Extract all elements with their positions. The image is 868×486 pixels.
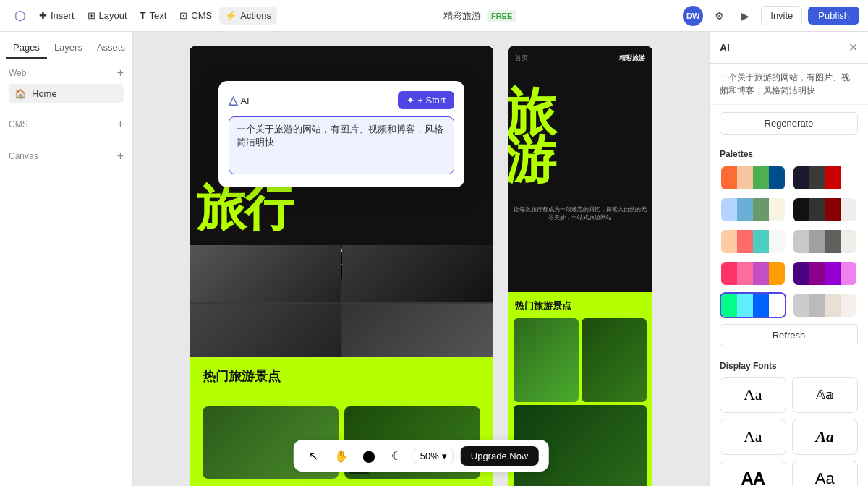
- canvas-container: 旅行 让每次旅行都成为一段难忘的回忆，探索大自然的无尽美妙，一站式旅游网站，带您…: [190, 46, 652, 472]
- palette-10[interactable]: [792, 292, 859, 318]
- fonts-title: Display Fonts: [720, 361, 858, 371]
- web-section: Web + 🏠 Home: [0, 59, 132, 111]
- ai-dialog: △ AI ✦ + Start 一个关于旅游的网站，有图片、视频和博客，风格简洁明…: [218, 81, 464, 187]
- main-area: Pages Layers Assets Web + 🏠 Home CMS + C…: [0, 32, 868, 486]
- ai-dialog-header: △ AI ✦ + Start: [229, 91, 454, 109]
- font-6[interactable]: Aa: [792, 461, 859, 486]
- settings-icon[interactable]: ⚙: [709, 6, 729, 26]
- circle-tool[interactable]: ⬤: [359, 446, 379, 466]
- preview-section-title: 热门旅游景点: [515, 299, 571, 312]
- invite-button[interactable]: Invite: [761, 6, 802, 25]
- poster-section-title: 热门旅游景点: [203, 367, 480, 385]
- canvas-section-header: Canvas +: [9, 150, 124, 163]
- palette-1[interactable]: [720, 165, 786, 191]
- logo-button[interactable]: ⬡: [9, 4, 32, 27]
- regenerate-button[interactable]: Regenerate: [720, 112, 858, 135]
- actions-icon: ⚡: [225, 10, 237, 21]
- palette-6[interactable]: [792, 229, 859, 255]
- preview-icon[interactable]: ▶: [735, 6, 755, 26]
- fonts-section: Display Fonts: [710, 354, 868, 377]
- sidebar-tabs: Pages Layers Assets: [0, 32, 132, 59]
- layout-icon: ⊞: [88, 10, 95, 21]
- canvas-section: Canvas +: [0, 142, 132, 174]
- preview-sub: 让每次旅行都成为一段难忘的回忆，探索大自然的无尽美妙，一站式旅游网站: [514, 205, 647, 221]
- ai-textarea[interactable]: 一个关于旅游的网站，有图片、视频和博客，风格简洁明快: [229, 116, 454, 174]
- cms-section-header: CMS +: [9, 118, 124, 131]
- palettes-grid: [720, 165, 858, 318]
- home-label: Home: [32, 88, 57, 99]
- publish-button[interactable]: Publish: [808, 7, 859, 25]
- refresh-button[interactable]: Refresh: [720, 324, 858, 346]
- palette-8[interactable]: [792, 260, 859, 286]
- palette-4[interactable]: [792, 197, 859, 223]
- web-label: Web: [9, 68, 26, 78]
- panel-description: 一个关于旅游的网站，有图片、视频和博客，风格简洁明快: [710, 64, 868, 105]
- preview-site-name: 精彩旅游: [619, 54, 645, 63]
- palette-5[interactable]: [720, 229, 786, 255]
- right-panel: AI ✕ 一个关于旅游的网站，有图片、视频和博客，风格简洁明快 Regenera…: [709, 32, 868, 486]
- toolbar-left: ⬡ ✚ Insert ⊞ Layout T Text ⊡ CMS ⚡ Actio…: [9, 4, 277, 27]
- font-decorative[interactable]: Aa: [792, 419, 859, 455]
- moon-tool[interactable]: ☾: [386, 446, 407, 466]
- free-badge: FREE: [487, 10, 516, 22]
- font-2[interactable]: Aa: [720, 419, 786, 455]
- poster-big-text: 旅行: [197, 184, 292, 233]
- palette-3[interactable]: [720, 197, 786, 223]
- select-tool[interactable]: ↖: [304, 446, 324, 466]
- font-serif[interactable]: Aa: [720, 377, 786, 413]
- tab-assets[interactable]: Assets: [90, 38, 132, 59]
- preview-img-cell-2: [582, 318, 647, 402]
- font-bold[interactable]: AA: [720, 461, 786, 486]
- insert-icon: ✚: [39, 10, 47, 21]
- palettes-title: Palettes: [720, 149, 858, 159]
- panel-header: AI ✕: [710, 32, 868, 64]
- tab-layers[interactable]: Layers: [47, 38, 90, 59]
- zoom-selector[interactable]: 50% ▾: [414, 448, 454, 464]
- tab-pages[interactable]: Pages: [6, 38, 47, 59]
- layout-button[interactable]: ⊞ Layout: [82, 7, 133, 25]
- font-mono[interactable]: 𝔸𝕒: [792, 377, 859, 413]
- add-canvas-button[interactable]: +: [117, 150, 124, 163]
- zoom-value: 50%: [420, 451, 439, 461]
- main-canvas[interactable]: 旅行 让每次旅行都成为一段难忘的回忆，探索大自然的无尽美妙，一站式旅游网站，带您…: [190, 46, 493, 486]
- hand-tool[interactable]: ✋: [331, 446, 352, 466]
- palette-7[interactable]: [720, 260, 786, 286]
- main-toolbar: ⬡ ✚ Insert ⊞ Layout T Text ⊡ CMS ⚡ Actio…: [0, 0, 868, 32]
- preview-header: 首页 精彩旅游: [508, 46, 652, 69]
- upgrade-button[interactable]: Upgrade Now: [461, 446, 539, 466]
- web-section-header: Web +: [9, 67, 124, 80]
- toolbar-center: 精彩旅游 FREE: [280, 9, 680, 22]
- ai-start-button[interactable]: ✦ + Start: [398, 91, 454, 109]
- preview-big-text: 旅游: [508, 90, 554, 184]
- cms-icon: ⊡: [179, 10, 187, 21]
- avatar-button[interactable]: DW: [683, 6, 703, 26]
- add-cms-button[interactable]: +: [117, 118, 124, 131]
- preview-canvas[interactable]: 首页 精彩旅游 旅游 让每次旅行都成为一段难忘的回忆，探索大自然的无尽美妙，一站…: [508, 46, 652, 486]
- add-web-button[interactable]: +: [117, 67, 124, 80]
- panel-title: AI: [720, 42, 730, 54]
- site-name: 精彩旅游: [443, 9, 481, 22]
- canvas-label: Canvas: [9, 151, 38, 161]
- left-sidebar: Pages Layers Assets Web + 🏠 Home CMS + C…: [0, 32, 133, 486]
- preview-nav-text: 首页: [515, 54, 528, 63]
- cms-section: CMS +: [0, 111, 132, 142]
- preview-img-cell-1: [514, 318, 579, 402]
- text-button[interactable]: T Text: [135, 7, 173, 25]
- home-icon: 🏠: [14, 88, 26, 99]
- ai-logo: △ AI: [229, 93, 250, 107]
- actions-button[interactable]: ⚡ Actions: [219, 7, 277, 25]
- cms-button[interactable]: ⊡ CMS: [174, 7, 218, 25]
- fonts-grid: Aa 𝔸𝕒 Aa Aa AA Aa: [710, 377, 868, 486]
- canvas-area: 旅行 让每次旅行都成为一段难忘的回忆，探索大自然的无尽美妙，一站式旅游网站，带您…: [133, 32, 709, 486]
- insert-button[interactable]: ✚ Insert: [33, 7, 80, 25]
- cms-label: CMS: [9, 119, 28, 129]
- toolbar-right: DW ⚙ ▶ Invite Publish: [683, 6, 859, 26]
- start-icon: ✦: [407, 95, 414, 106]
- zoom-chevron-icon: ▾: [442, 451, 447, 461]
- palette-2[interactable]: [792, 165, 859, 191]
- close-panel-button[interactable]: ✕: [848, 40, 858, 54]
- sidebar-item-home[interactable]: 🏠 Home: [9, 84, 124, 103]
- palettes-section: Palettes: [710, 142, 868, 324]
- text-icon: T: [140, 10, 146, 21]
- palette-9[interactable]: [720, 292, 786, 318]
